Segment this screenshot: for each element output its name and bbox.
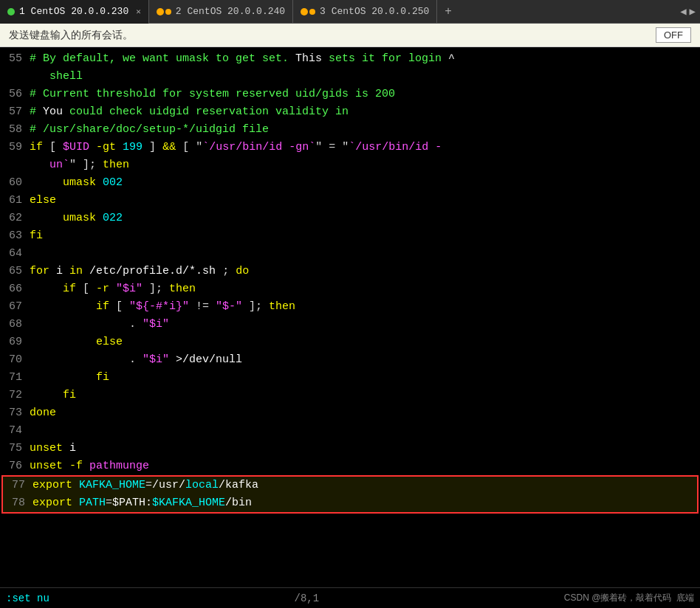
code-line-58: 58 # /usr/share/doc/setup-*/uidgid file: [0, 121, 700, 139]
broadcast-text: 发送键盘输入的所有会话。: [9, 29, 133, 42]
tab-1-close[interactable]: ✕: [136, 7, 141, 16]
line-content-69: else: [30, 334, 697, 351]
tab-3-warn: [309, 9, 315, 15]
code-line-60: 60 umask 002: [0, 174, 700, 192]
code-line-78: 78 export PATH=$PATH:$KAFKA_HOME/bin: [3, 494, 697, 512]
line-num-77: 77: [6, 477, 32, 494]
tab-1-label: 1 CentOS 20.0.0.230: [19, 6, 128, 17]
code-area: 55 # By default, we want umask to get se…: [0, 47, 700, 587]
line-num-71: 71: [3, 369, 30, 387]
code-line-69: 69 else: [0, 334, 700, 351]
line-content-77: export KAFKA_HOME=/usr/local/kafka: [32, 477, 694, 494]
code-line-77: 77 export KAFKA_HOME=/usr/local/kafka: [3, 477, 697, 494]
code-line-59b: un`" ]; then: [0, 156, 700, 174]
line-num-62: 62: [3, 210, 30, 227]
code-line-66: 66 if [ -r "$i" ]; then: [0, 280, 700, 298]
status-bar: :set nu /8,1 CSDN @搬着砖，敲着代码 底端: [0, 587, 700, 608]
line-num-66: 66: [3, 280, 30, 298]
line-num-72: 72: [3, 387, 30, 404]
tab-1-dot: [7, 8, 15, 15]
code-line-68: 68 . "$i": [0, 316, 700, 334]
tab-2[interactable]: 2 CentOS 20.0.0.240: [149, 0, 293, 24]
status-watermark: CSDN @搬着砖，敲着代码 底端: [564, 592, 694, 604]
line-num-69: 69: [3, 334, 30, 351]
line-content-64: [30, 245, 697, 263]
line-content-55b: shell: [30, 68, 697, 86]
line-num-64: 64: [3, 245, 30, 263]
line-num-76: 76: [3, 457, 30, 475]
status-position: /8,1: [295, 593, 320, 604]
line-content-65: for i in /etc/profile.d/*.sh ; do: [30, 263, 697, 280]
line-num-78: 78: [6, 494, 32, 512]
code-line-62: 62 umask 022: [0, 210, 700, 227]
line-content-71: fi: [30, 369, 697, 387]
line-content-59b: un`" ]; then: [30, 156, 697, 174]
code-line-65: 65 for i in /etc/profile.d/*.sh ; do: [0, 263, 700, 280]
tab-2-label: 2 CentOS 20.0.0.240: [176, 6, 285, 17]
tab-add-button[interactable]: +: [437, 0, 459, 24]
code-line-72: 72 fi: [0, 387, 700, 404]
tab-1[interactable]: 1 CentOS 20.0.0.230 ✕: [0, 0, 149, 24]
line-content-76: unset -f pathmunge: [30, 457, 697, 475]
code-line-67: 67 if [ "${-#*i}" != "$-" ]; then: [0, 298, 700, 316]
tab-3[interactable]: 3 CentOS 20.0.0.250: [293, 0, 437, 24]
line-content-73: done: [30, 404, 697, 422]
line-content-70: . "$i" >/dev/null: [30, 351, 697, 369]
line-content-60: umask 002: [30, 174, 697, 192]
line-content-62: umask 022: [30, 210, 697, 227]
line-content-75: unset i: [30, 440, 697, 457]
code-line-71: 71 fi: [0, 369, 700, 387]
line-content-78: export PATH=$PATH:$KAFKA_HOME/bin: [32, 494, 694, 512]
line-num-60: 60: [3, 174, 30, 192]
tab-3-dot: [301, 8, 308, 15]
line-num-56: 56: [3, 86, 30, 103]
line-content-55: # By default, we want umask to get set. …: [30, 50, 697, 68]
code-line-64: 64: [0, 245, 700, 263]
code-line-63: 63 fi: [0, 227, 700, 245]
tab-nav-prev[interactable]: ◀: [680, 5, 686, 18]
line-content-68: . "$i": [30, 316, 697, 334]
line-content-66: if [ -r "$i" ]; then: [30, 280, 697, 298]
code-line-56: 56 # Current threshold for system reserv…: [0, 86, 700, 103]
code-line-57: 57 # You could check uidgid reservation …: [0, 103, 700, 121]
code-line-55: 55 # By default, we want umask to get se…: [0, 50, 700, 68]
line-num-67: 67: [3, 298, 30, 316]
line-num-68: 68: [3, 316, 30, 334]
line-num-70: 70: [3, 351, 30, 369]
highlighted-export-block: 77 export KAFKA_HOME=/usr/local/kafka 78…: [1, 475, 699, 514]
line-content-57: # You could check uidgid reservation val…: [30, 103, 697, 121]
line-num-73: 73: [3, 404, 30, 422]
line-content-58: # /usr/share/doc/setup-*/uidgid file: [30, 121, 697, 139]
code-line-55b: shell: [0, 68, 700, 86]
status-command: :set nu: [6, 593, 49, 604]
code-line-61: 61 else: [0, 192, 700, 210]
line-num-63: 63: [3, 227, 30, 245]
line-content-59: if [ $UID -gt 199 ] && [ "`/usr/bin/id -…: [30, 139, 697, 156]
line-content-61: else: [30, 192, 697, 210]
line-content-56: # Current threshold for system reserved …: [30, 86, 697, 103]
tab-nav: ◀ ▶: [680, 5, 700, 18]
code-line-70: 70 . "$i" >/dev/null: [0, 351, 700, 369]
line-content-67: if [ "${-#*i}" != "$-" ]; then: [30, 298, 697, 316]
tab-2-warn: [165, 9, 171, 15]
line-num-61: 61: [3, 192, 30, 210]
code-line-76: 76 unset -f pathmunge: [0, 457, 700, 475]
line-num-59b: [3, 156, 30, 174]
code-line-59: 59 if [ $UID -gt 199 ] && [ "`/usr/bin/i…: [0, 139, 700, 156]
line-content-72: fi: [30, 387, 697, 404]
broadcast-button[interactable]: OFF: [656, 27, 691, 43]
line-num-59: 59: [3, 139, 30, 156]
code-line-75: 75 unset i: [0, 440, 700, 457]
line-num-65: 65: [3, 263, 30, 280]
line-num-58: 58: [3, 121, 30, 139]
line-num-55b: [3, 68, 30, 86]
tab-3-label: 3 CentOS 20.0.0.250: [320, 6, 429, 17]
line-content-74: [30, 422, 697, 440]
line-num-75: 75: [3, 440, 30, 457]
line-content-63: fi: [30, 227, 697, 245]
tab-bar: 1 CentOS 20.0.0.230 ✕ 2 CentOS 20.0.0.24…: [0, 0, 700, 24]
line-num-57: 57: [3, 103, 30, 121]
broadcast-bar: 发送键盘输入的所有会话。 OFF: [0, 24, 700, 47]
code-line-74: 74: [0, 422, 700, 440]
tab-nav-next[interactable]: ▶: [690, 5, 696, 18]
